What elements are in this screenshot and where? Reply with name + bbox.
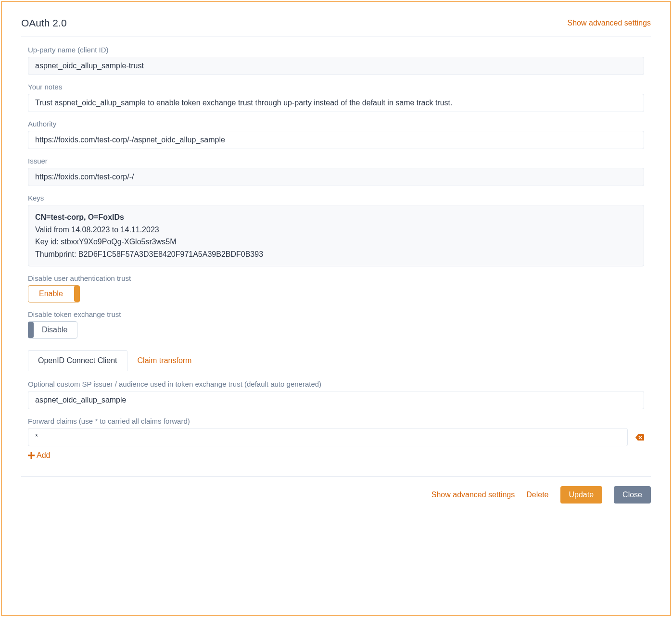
disable-user-auth-label: Disable user authentication trust [28,274,644,282]
toggle-enable-text: Enable [39,290,63,298]
plus-icon [28,452,35,459]
key-cn: CN=test-corp, O=FoxIDs [35,211,637,224]
tab-claim-transform[interactable]: Claim transform [127,350,202,371]
notes-label: Your notes [28,83,644,91]
sp-issuer-input[interactable] [28,391,644,409]
sp-issuer-label: Optional custom SP issuer / audience use… [28,380,644,388]
up-party-input[interactable] [28,57,644,75]
issuer-label: Issuer [28,157,644,165]
authority-label: Authority [28,120,644,128]
forward-claims-input[interactable] [28,428,628,446]
delete-button[interactable]: Delete [526,491,548,499]
svg-rect-1 [28,455,35,456]
add-label: Add [37,451,50,460]
authority-input[interactable] [28,131,644,149]
key-valid: Valid from 14.08.2023 to 14.11.2023 [35,224,637,236]
add-claim-button[interactable]: Add [28,451,50,460]
tab-oidc-client[interactable]: OpenID Connect Client [28,350,127,371]
disable-user-auth-toggle[interactable]: Enable [28,285,80,302]
page-title: OAuth 2.0 [21,17,67,29]
disable-token-exchange-toggle[interactable]: Disable [28,321,77,339]
keys-box: CN=test-corp, O=FoxIDs Valid from 14.08.… [28,205,644,266]
key-id: Key id: stbxxY9Xo9PoQg-XGlo5sr3ws5M [35,236,637,248]
update-button[interactable]: Update [560,486,603,504]
close-button[interactable]: Close [614,486,651,504]
issuer-input[interactable] [28,168,644,186]
toggle-slider-icon [74,286,80,302]
keys-label: Keys [28,194,644,202]
toggle-slider-icon [28,322,34,338]
header: OAuth 2.0 Show advanced settings [21,17,651,37]
forward-claims-label: Forward claims (use * to carried all cla… [28,417,644,425]
disable-token-exchange-label: Disable token exchange trust [28,310,644,318]
show-advanced-link-bottom[interactable]: Show advanced settings [431,491,515,499]
tabs: OpenID Connect Client Claim transform [28,350,644,371]
key-thumbprint: Thumbprint: B2D6F1C58F57A3D3E8420F971A5A… [35,248,637,261]
footer: Show advanced settings Delete Update Clo… [21,476,651,504]
toggle-disable-text: Disable [42,326,67,334]
up-party-label: Up-party name (client ID) [28,46,644,54]
show-advanced-link-top[interactable]: Show advanced settings [568,19,651,27]
notes-input[interactable] [28,94,644,112]
delete-claim-icon[interactable] [635,434,644,441]
